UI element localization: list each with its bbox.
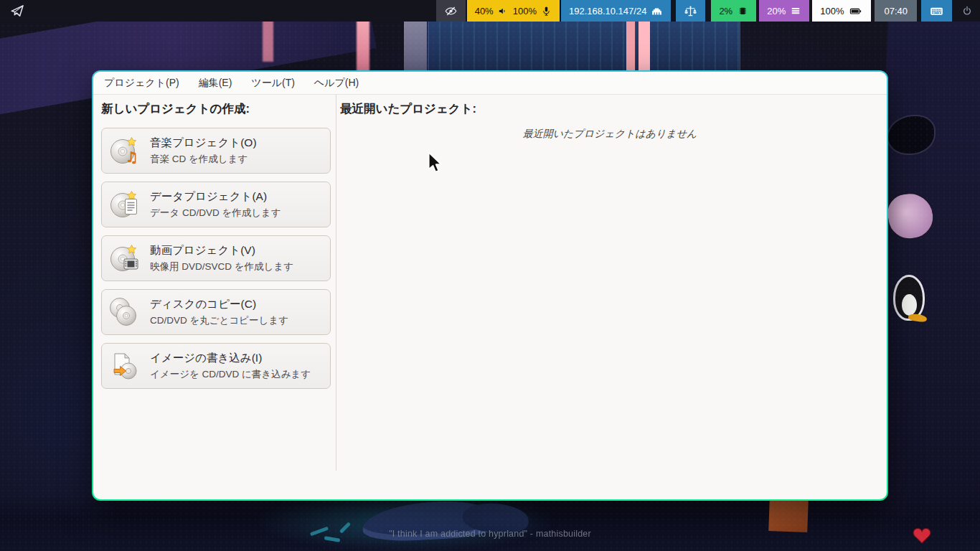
battery-module[interactable]: 100% (812, 0, 871, 22)
memory-module[interactable]: 20% (759, 0, 809, 22)
button-title: データプロジェクト(A) (150, 189, 281, 204)
memory-bars-icon (790, 5, 801, 17)
menu-project[interactable]: プロジェクト(P) (104, 77, 179, 90)
mouse-cursor (427, 151, 443, 174)
audio-module[interactable]: 40% 100% (467, 0, 560, 22)
ethernet-icon (651, 5, 663, 17)
button-subtitle: 映像用 DVD/SVCD を作成します (150, 260, 293, 273)
button-title: 動画プロジェクト(V) (150, 243, 293, 258)
microchip-icon (737, 5, 748, 17)
power-icon (961, 5, 973, 17)
burn-image-button[interactable]: イメージの書き込み(I) イメージを CD/DVD に書き込みます (101, 343, 331, 389)
scale-module[interactable] (676, 0, 705, 22)
recent-projects-heading: 最近開いたプロジェクト: (340, 101, 880, 117)
bar-spacer (34, 0, 435, 22)
data-project-button[interactable]: データプロジェクト(A) データ CD/DVD を作成します (101, 182, 331, 227)
disc-copy-icon (109, 296, 141, 328)
video-project-button[interactable]: 動画プロジェクト(V) 映像用 DVD/SVCD を作成します (101, 235, 331, 281)
app-launcher-button[interactable] (0, 0, 34, 22)
button-subtitle: 音楽 CD を作成します (150, 153, 257, 166)
recent-projects-panel: 最近開いたプロジェクト: 最近開いたプロジェクトはありません (336, 95, 887, 499)
volume-level: 40% (475, 6, 494, 17)
battery-level: 100% (820, 6, 844, 17)
video-project-icon (109, 242, 141, 274)
svg-text:♫: ♫ (126, 149, 138, 166)
button-subtitle: データ CD/DVD を作成します (150, 207, 281, 220)
paper-plane-icon (9, 3, 25, 19)
cpu-module[interactable]: 2% (711, 0, 756, 22)
speaker-icon (498, 6, 509, 17)
new-project-panel: 新しいプロジェクトの作成: ♫ 音楽プロジェクト(O) 音楽 CD を作成します (93, 95, 336, 499)
idle-inhibitor-module[interactable] (436, 0, 466, 22)
power-button[interactable] (954, 0, 980, 22)
button-subtitle: CD/DVD を丸ごとコピーします (150, 314, 288, 327)
cpu-usage: 2% (719, 6, 732, 17)
burn-image-icon (109, 350, 141, 382)
audio-project-icon: ♫ (109, 135, 141, 166)
pane-separator (336, 95, 336, 471)
keyboard-icon (930, 4, 943, 18)
desktop-quote: "I think I am addicted to hyprland" - ma… (0, 529, 980, 539)
microphone-icon (541, 6, 552, 17)
button-subtitle: イメージを CD/DVD に書き込みます (150, 368, 311, 381)
menu-help[interactable]: ヘルプ(H) (314, 77, 359, 90)
mic-level: 100% (513, 6, 537, 17)
keyboard-layout-module[interactable] (921, 0, 952, 22)
battery-icon (848, 5, 863, 17)
ip-address: 192.168.10.147/24 (569, 6, 646, 17)
scale-icon (684, 4, 697, 18)
menu-tools[interactable]: ツール(T) (251, 77, 295, 90)
clock-module[interactable]: 07:40 (875, 0, 917, 22)
time: 07:40 (884, 6, 908, 17)
disc-copy-button[interactable]: ディスクのコピー(C) CD/DVD を丸ごとコピーします (101, 289, 331, 335)
memory-usage: 20% (767, 6, 786, 17)
button-title: ディスクのコピー(C) (150, 297, 288, 312)
brasero-window: プロジェクト(P) 編集(E) ツール(T) ヘルプ(H) 新しいプロジェクトの… (92, 70, 888, 501)
audio-project-button[interactable]: ♫ 音楽プロジェクト(O) 音楽 CD を作成します (101, 128, 331, 174)
status-bar: 40% 100% 192.168.10.147/24 2% (0, 0, 980, 22)
new-project-heading: 新しいプロジェクトの作成: (101, 101, 330, 117)
button-title: 音楽プロジェクト(O) (150, 136, 257, 151)
data-project-icon (109, 189, 141, 220)
eye-slash-icon (444, 4, 458, 18)
menu-bar: プロジェクト(P) 編集(E) ツール(T) ヘルプ(H) (93, 72, 887, 95)
button-title: イメージの書き込み(I) (150, 351, 311, 366)
recent-projects-empty-message: 最近開いたプロジェクトはありません (340, 128, 880, 141)
menu-edit[interactable]: 編集(E) (199, 77, 232, 90)
network-module[interactable]: 192.168.10.147/24 (561, 0, 671, 22)
